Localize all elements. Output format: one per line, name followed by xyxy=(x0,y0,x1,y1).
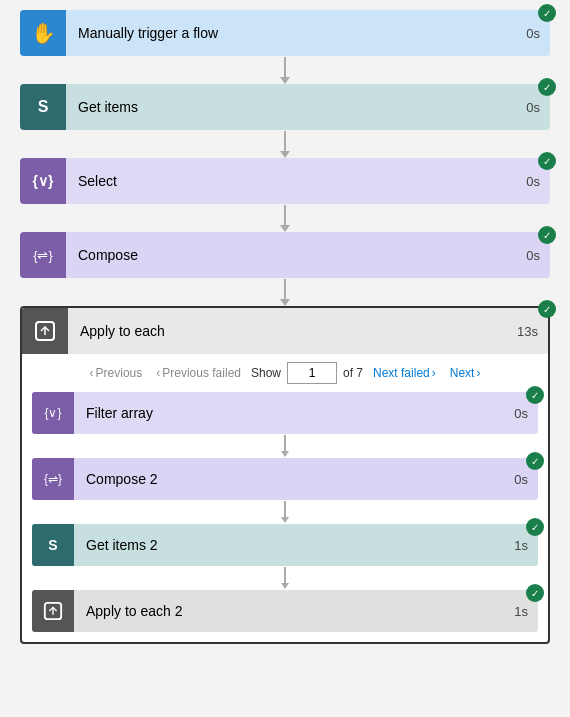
select-icon: {∨} xyxy=(20,158,66,204)
step-card-get-items[interactable]: S Get items 0s ✓ xyxy=(20,84,550,130)
step-compose: {⇌} Compose 0s ✓ xyxy=(20,232,550,278)
previous-chevron-icon: ‹ xyxy=(90,366,94,380)
step-select: {∨} Select 0s ✓ xyxy=(20,158,550,204)
inner-connector-2 xyxy=(32,500,538,524)
apply-to-each-label: Apply to each xyxy=(68,323,507,339)
apply-to-each-check: ✓ xyxy=(538,300,556,318)
step-filter-array: {∨} Filter array 0s ✓ xyxy=(32,392,538,434)
filter-array-duration: 0s xyxy=(504,406,538,421)
step-manually-trigger: ✋ Manually trigger a flow 0s ✓ xyxy=(20,10,550,56)
get-items-2-icon: S xyxy=(32,524,74,566)
flow-container: ✋ Manually trigger a flow 0s ✓ S Get ite… xyxy=(0,0,570,664)
apply-to-each-duration: 13s xyxy=(507,324,548,339)
of-label: of 7 xyxy=(343,366,363,380)
step-apply-to-each-2: Apply to each 2 1s ✓ xyxy=(32,590,538,632)
filter-array-label: Filter array xyxy=(74,405,504,421)
apply-to-each-2-duration: 1s xyxy=(504,604,538,619)
inner-connector-3 xyxy=(32,566,538,590)
step-card-select[interactable]: {∨} Select 0s ✓ xyxy=(20,158,550,204)
next-button[interactable]: Next › xyxy=(446,364,485,382)
manually-trigger-duration: 0s xyxy=(516,26,550,41)
step-card-compose[interactable]: {⇌} Compose 0s ✓ xyxy=(20,232,550,278)
filter-array-check: ✓ xyxy=(526,386,544,404)
step-compose-2: {⇌} Compose 2 0s ✓ xyxy=(32,458,538,500)
page-input[interactable] xyxy=(287,362,337,384)
apply-to-each-2-check: ✓ xyxy=(526,584,544,602)
pagination-bar: ‹ Previous ‹ Previous failed Show of 7 N… xyxy=(22,354,548,392)
step-card-manually-trigger[interactable]: ✋ Manually trigger a flow 0s ✓ xyxy=(20,10,550,56)
manually-trigger-label: Manually trigger a flow xyxy=(66,25,516,41)
compose-check: ✓ xyxy=(538,226,556,244)
compose-2-icon: {⇌} xyxy=(32,458,74,500)
apply-each-inner: {∨} Filter array 0s ✓ {⇌} Compose 2 0s ✓ xyxy=(22,392,548,642)
apply-to-each-header[interactable]: Apply to each 13s xyxy=(22,308,548,354)
get-items-2-check: ✓ xyxy=(526,518,544,536)
connector-1 xyxy=(280,56,290,84)
previous-failed-chevron-icon: ‹ xyxy=(156,366,160,380)
compose-duration: 0s xyxy=(516,248,550,263)
next-chevron-icon: › xyxy=(476,366,480,380)
next-failed-button[interactable]: Next failed › xyxy=(369,364,440,382)
show-label: Show xyxy=(251,366,281,380)
compose-2-duration: 0s xyxy=(504,472,538,487)
connector-3 xyxy=(280,204,290,232)
select-duration: 0s xyxy=(516,174,550,189)
get-items-icon: S xyxy=(20,84,66,130)
get-items-2-duration: 1s xyxy=(504,538,538,553)
filter-array-icon: {∨} xyxy=(32,392,74,434)
step-card-filter-array[interactable]: {∨} Filter array 0s ✓ xyxy=(32,392,538,434)
select-label: Select xyxy=(66,173,516,189)
apply-to-each-icon xyxy=(22,308,68,354)
step-card-apply-to-each-2[interactable]: Apply to each 2 1s ✓ xyxy=(32,590,538,632)
compose-icon: {⇌} xyxy=(20,232,66,278)
step-get-items: S Get items 0s ✓ xyxy=(20,84,550,130)
previous-button[interactable]: ‹ Previous xyxy=(86,364,147,382)
next-failed-chevron-icon: › xyxy=(432,366,436,380)
compose-2-label: Compose 2 xyxy=(74,471,504,487)
previous-failed-button[interactable]: ‹ Previous failed xyxy=(152,364,245,382)
get-items-2-label: Get items 2 xyxy=(74,537,504,553)
select-check: ✓ xyxy=(538,152,556,170)
connector-2 xyxy=(280,130,290,158)
inner-connector-1 xyxy=(32,434,538,458)
apply-to-each-2-icon xyxy=(32,590,74,632)
step-card-get-items-2[interactable]: S Get items 2 1s ✓ xyxy=(32,524,538,566)
get-items-check: ✓ xyxy=(538,78,556,96)
manually-trigger-check: ✓ xyxy=(538,4,556,22)
apply-to-each-container: ✓ Apply to each 13s ‹ Previous ‹ P xyxy=(20,306,550,644)
step-card-compose-2[interactable]: {⇌} Compose 2 0s ✓ xyxy=(32,458,538,500)
apply-to-each-2-label: Apply to each 2 xyxy=(74,603,504,619)
connector-4 xyxy=(280,278,290,306)
get-items-duration: 0s xyxy=(516,100,550,115)
compose-2-check: ✓ xyxy=(526,452,544,470)
manually-trigger-icon: ✋ xyxy=(20,10,66,56)
compose-label: Compose xyxy=(66,247,516,263)
step-get-items-2: S Get items 2 1s ✓ xyxy=(32,524,538,566)
get-items-label: Get items xyxy=(66,99,516,115)
